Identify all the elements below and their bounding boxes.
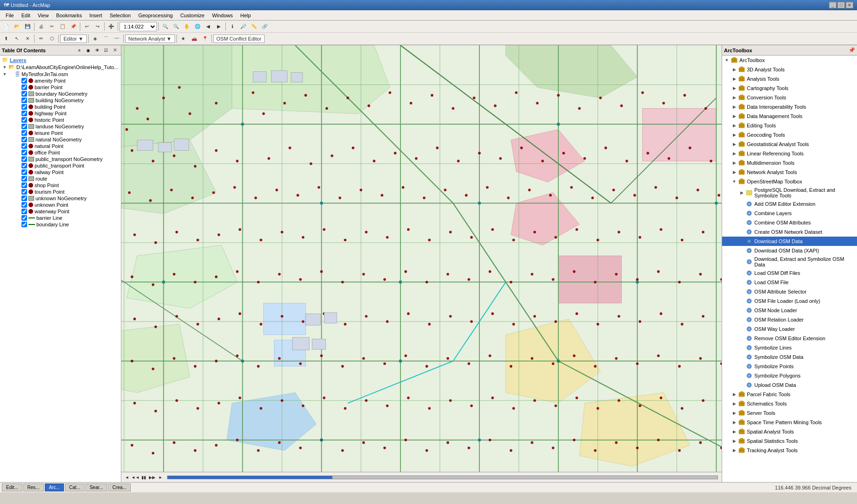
- menu-windows[interactable]: Windows: [208, 12, 237, 19]
- toc-item-l22[interactable]: barrier Line: [1, 215, 120, 221]
- find-button[interactable]: 🔎: [238, 21, 248, 32]
- layer-checkbox[interactable]: [21, 209, 27, 214]
- layer-checkbox[interactable]: [21, 189, 27, 195]
- toolbox-item-t19[interactable]: ▶Spatial Statistics Tools: [722, 436, 857, 446]
- expand-icon[interactable]: ▼: [2, 64, 7, 70]
- toolbox-item-t15[interactable]: ▶Schematics Tools: [722, 399, 857, 408]
- toc-list-view[interactable]: ≡: [75, 46, 84, 55]
- toc-item-l17[interactable]: shop Point: [1, 182, 120, 189]
- expand-icon[interactable]: ▶: [731, 85, 737, 91]
- toc-item-root[interactable]: ▼📁Layers: [1, 56, 120, 63]
- toolbox-item-t13-7[interactable]: Download OSM Data (XAPI): [722, 246, 857, 255]
- toolbox-item-root[interactable]: ▼ArcToolbox: [722, 56, 857, 65]
- clear-selection-button[interactable]: ✕: [22, 34, 33, 44]
- cut-button[interactable]: ✂: [47, 21, 57, 32]
- toc-item-l5[interactable]: building Point: [1, 104, 120, 110]
- edit-vertices-button[interactable]: ✏: [36, 34, 46, 44]
- map-nav-pause[interactable]: ▮▮: [140, 474, 148, 481]
- map-nav-fwd[interactable]: ►: [157, 474, 164, 481]
- menu-selection[interactable]: Selection: [106, 12, 134, 19]
- menu-customize[interactable]: Customize: [176, 12, 208, 19]
- maximize-button[interactable]: □: [837, 2, 845, 8]
- toc-item-l15[interactable]: railway Point: [1, 169, 120, 175]
- toolbox-item-t13-11[interactable]: OSM Attribute Selector: [722, 287, 857, 296]
- layer-checkbox[interactable]: [21, 176, 27, 182]
- undo-button[interactable]: ↩: [82, 21, 92, 32]
- menu-insert[interactable]: Insert: [85, 12, 106, 19]
- paste-button[interactable]: 📌: [68, 21, 78, 32]
- toc-item-l9[interactable]: leisure Point: [1, 130, 120, 136]
- layer-checkbox[interactable]: [21, 78, 27, 84]
- menu-view[interactable]: View: [34, 12, 53, 19]
- toolbox-item-t13-15[interactable]: OSM Way Loader: [722, 324, 857, 334]
- toolbox-item-t13-19[interactable]: Symbolize Points: [722, 362, 857, 371]
- layer-checkbox[interactable]: [21, 222, 27, 227]
- toc-item-file[interactable]: ▼📂D:\LearnAboutCityEngine\OnlineHelp_Tut…: [1, 63, 120, 70]
- map-nav-back[interactable]: ◄: [123, 474, 131, 481]
- menu-edit[interactable]: Edit: [18, 12, 34, 19]
- layer-checkbox[interactable]: [21, 156, 27, 162]
- toolbox-item-t13-4[interactable]: Combine OSM Attributes: [722, 218, 857, 227]
- toolbox-item-t13-18[interactable]: Symbolize OSM Data: [722, 352, 857, 362]
- toolbox-item-t13-14[interactable]: OSM Relation Loader: [722, 315, 857, 324]
- toc-item-l16[interactable]: route: [1, 175, 120, 182]
- next-extent-button[interactable]: ▶: [214, 21, 224, 32]
- identify-button[interactable]: ℹ: [227, 21, 238, 32]
- toolbox-item-t6[interactable]: ▶Data Management Tools: [722, 112, 857, 121]
- osm-conflict-label[interactable]: OSM Conflict Editor: [213, 35, 265, 43]
- layer-checkbox[interactable]: [21, 137, 27, 142]
- map-nav-fwd2[interactable]: ▶▶: [148, 474, 156, 481]
- expand-icon[interactable]: ▶: [731, 67, 737, 72]
- layer-checkbox[interactable]: [21, 104, 27, 110]
- status-tab-res[interactable]: Res...: [23, 483, 44, 491]
- expand-icon[interactable]: ▶: [731, 429, 737, 434]
- redo-button[interactable]: ↪: [92, 21, 103, 32]
- toc-item-l10[interactable]: natural NoGeometry: [1, 136, 120, 143]
- toolbox-item-t13[interactable]: ▼OpenStreetMap Toolbox: [722, 177, 857, 186]
- expand-icon[interactable]: ▶: [731, 410, 737, 416]
- layer-checkbox[interactable]: [21, 111, 27, 116]
- status-tab-create[interactable]: Crea...: [108, 483, 131, 491]
- save-button[interactable]: 💾: [22, 21, 33, 32]
- expand-icon[interactable]: ▶: [739, 190, 745, 196]
- na-tool2[interactable]: 🚗: [189, 34, 199, 44]
- expand-icon[interactable]: ▼: [731, 179, 737, 184]
- toolbox-item-t8[interactable]: ▶Geocoding Tools: [722, 130, 857, 140]
- toc-item-l20[interactable]: unknown Point: [1, 202, 120, 208]
- layer-checkbox[interactable]: [21, 91, 27, 97]
- toolbox-item-t16[interactable]: ▶Server Tools: [722, 408, 857, 418]
- toc-item-l8[interactable]: landuse NoGeometry: [1, 123, 120, 130]
- toolbox-item-t9[interactable]: ▶Geostatistical Analyst Tools: [722, 140, 857, 149]
- menu-geoprocessing[interactable]: Geoprocessing: [134, 12, 176, 19]
- layer-checkbox[interactable]: [21, 130, 27, 136]
- editor-dropdown-label[interactable]: Editor ▼: [60, 35, 87, 43]
- zoom-in-button[interactable]: 🔍: [160, 21, 170, 32]
- layer-checkbox[interactable]: [21, 169, 27, 175]
- title-bar-controls[interactable]: _ □ ✕: [829, 2, 853, 8]
- toc-item-l11[interactable]: natural Point: [1, 143, 120, 149]
- expand-icon[interactable]: ▶: [731, 438, 737, 444]
- menu-bookmarks[interactable]: Bookmarks: [52, 12, 85, 19]
- toolbox-item-t10[interactable]: ▶Linear Referencing Tools: [722, 149, 857, 158]
- menu-help[interactable]: Help: [237, 12, 255, 19]
- layer-checkbox[interactable]: [21, 202, 27, 208]
- toc-item-l6[interactable]: highway Point: [1, 110, 120, 117]
- toolbox-item-t13-2[interactable]: Add OSM Editor Extension: [722, 199, 857, 209]
- toc-item-l18[interactable]: tourism Point: [1, 189, 120, 195]
- minimize-button[interactable]: _: [829, 2, 836, 8]
- prev-extent-button[interactable]: ◀: [203, 21, 213, 32]
- layer-checkbox[interactable]: [21, 215, 27, 221]
- toc-item-l1[interactable]: amenity Point: [1, 77, 120, 84]
- toolbox-item-t13-3[interactable]: Combine Layers: [722, 209, 857, 218]
- toolbox-item-t13-5[interactable]: Create OSM Network Dataset: [722, 227, 857, 237]
- expand-icon[interactable]: ▶: [731, 132, 737, 138]
- status-tab-edit[interactable]: Edit...: [2, 483, 22, 491]
- expand-icon[interactable]: ▶: [731, 104, 737, 110]
- add-data-button[interactable]: ➕: [106, 21, 116, 32]
- toolbox-item-t13-1[interactable]: ▶PostgreSQL Download, Extract and Symbol…: [722, 186, 857, 199]
- na-tool1[interactable]: ★: [178, 34, 189, 44]
- toc-item-l14[interactable]: public_transport Point: [1, 162, 120, 169]
- toolbox-item-t1[interactable]: ▶3D Analyst Tools: [722, 65, 857, 74]
- toc-item-l19[interactable]: unknown NoGeometry: [1, 195, 120, 202]
- toolbox-item-t7[interactable]: ▶Editing Tools: [722, 121, 857, 130]
